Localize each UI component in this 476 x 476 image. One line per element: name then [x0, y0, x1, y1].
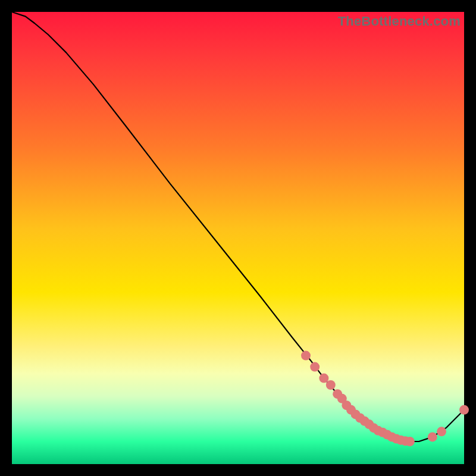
bottleneck-curve	[12, 12, 464, 441]
chart-frame: TheBottleneck.com	[0, 0, 476, 476]
chart-svg	[12, 12, 464, 464]
marker-point	[310, 362, 320, 372]
watermark: TheBottleneck.com	[338, 14, 461, 29]
marker-point	[301, 351, 311, 361]
marker-point	[326, 380, 336, 390]
curve-markers	[301, 351, 469, 446]
marker-point	[405, 437, 415, 446]
marker-point	[319, 374, 328, 383]
plot-area: TheBottleneck.com	[12, 12, 464, 464]
marker-point	[428, 432, 437, 441]
marker-point	[459, 405, 469, 415]
marker-point	[437, 427, 446, 436]
